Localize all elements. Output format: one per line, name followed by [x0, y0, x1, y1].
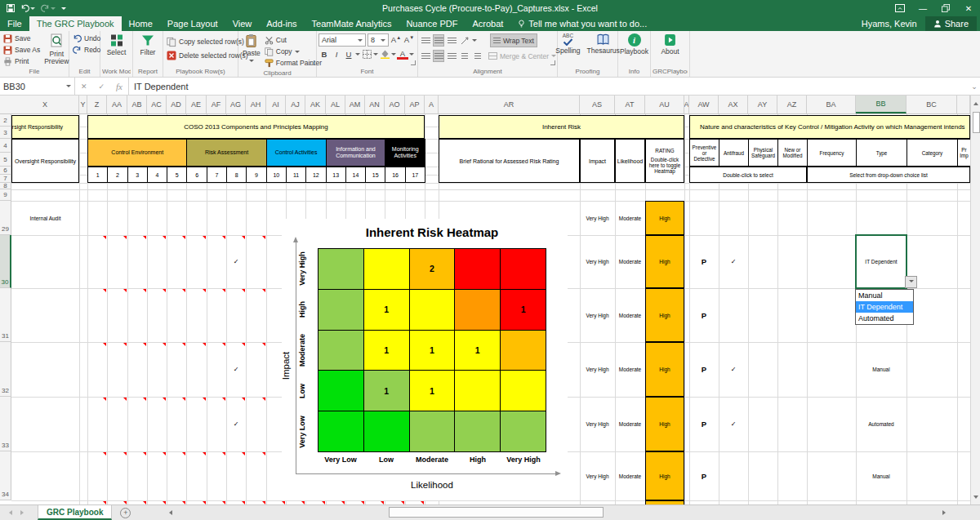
tab-view[interactable]: View — [225, 16, 260, 31]
sheet-tab-grc-playbook[interactable]: GRC Playbook — [38, 505, 112, 520]
coso-principle-17[interactable]: 17 — [405, 167, 425, 183]
nature-col-4[interactable]: New or Modified — [777, 139, 808, 167]
italic-button[interactable]: I — [331, 48, 342, 60]
print-button[interactable]: Print — [2, 56, 42, 67]
likelihood-cell-29[interactable]: Moderate — [615, 201, 645, 235]
coso-principle-5[interactable]: 5 — [167, 167, 187, 183]
type-cell-34[interactable]: Manual — [856, 451, 906, 500]
row-header-30[interactable]: 30 — [0, 235, 11, 288]
tab-grc-playbook[interactable]: The GRC Playbook — [29, 16, 122, 31]
new-sheet-button[interactable]: + — [120, 508, 131, 518]
oversight-body-cell[interactable]: Oversight Responsibility — [11, 139, 79, 183]
row-header-9[interactable]: 9 — [0, 189, 11, 201]
column-header-AU[interactable]: AU — [645, 96, 684, 113]
nature-footer-right[interactable]: Select from drop-down choice list — [807, 167, 970, 183]
coso-check-32[interactable]: ✓ — [226, 342, 246, 397]
paste-button[interactable]: Paste — [240, 33, 263, 65]
increase-indent-icon[interactable] — [472, 50, 483, 62]
sheet-nav-right-icon[interactable] — [20, 510, 26, 515]
redo-button[interactable] — [41, 4, 56, 12]
column-header-BB[interactable]: BB — [856, 96, 906, 113]
coso-principle-9[interactable]: 9 — [246, 167, 266, 183]
filter-button[interactable]: Filter — [138, 33, 158, 57]
dropdown-item-it-dependent[interactable]: IT Dependent — [856, 301, 913, 313]
spelling-button[interactable]: ABC Spelling — [553, 33, 582, 56]
tab-home[interactable]: Home — [122, 16, 160, 31]
rating-cell-33[interactable]: High — [645, 397, 684, 451]
horizontal-scroll-thumb[interactable] — [389, 507, 604, 518]
customize-qat-icon[interactable] — [61, 7, 66, 12]
column-header-AB[interactable]: AB — [127, 96, 147, 113]
coso-principle-3[interactable]: 3 — [127, 167, 148, 183]
coso-check-33[interactable]: ✓ — [226, 397, 246, 451]
rating-cell-31[interactable]: High — [645, 288, 684, 342]
copy-selected-rows-button[interactable]: Copy selected row(s) — [165, 36, 250, 47]
share-button[interactable]: Share — [925, 16, 977, 31]
coso-section-5[interactable]: Monitoring Activities — [385, 139, 425, 167]
thesaurus-button[interactable]: Thesaurus — [585, 33, 622, 56]
coso-principle-15[interactable]: 15 — [365, 167, 385, 183]
cancel-icon[interactable]: ✕ — [81, 82, 87, 91]
likelihood-cell-31[interactable]: Moderate — [615, 288, 645, 342]
column-header-AW[interactable]: AW — [689, 96, 719, 113]
tab-acrobat[interactable]: Acrobat — [465, 16, 510, 31]
row-header-31[interactable]: 31 — [0, 288, 11, 342]
row-header-2[interactable]: 2 — [0, 114, 11, 127]
nature-col-3[interactable]: Physical Safeguard — [748, 139, 778, 167]
impact-cell-29[interactable]: Very High — [580, 201, 615, 235]
dropdown-item-automated[interactable]: Automated — [856, 313, 913, 324]
inherent-col-likelihood[interactable]: Likelihood — [615, 139, 645, 183]
align-bottom-icon[interactable] — [446, 34, 457, 47]
wrap-text-button[interactable]: Wrap Text — [490, 33, 537, 47]
font-name-input[interactable]: Arial — [318, 33, 366, 47]
save-button[interactable]: Save — [2, 33, 42, 44]
coso-principle-16[interactable]: 16 — [385, 167, 405, 183]
column-header-AD[interactable]: AD — [167, 96, 186, 113]
coso-section-4[interactable]: Information and Communication — [326, 139, 386, 167]
name-box[interactable]: BB30 — [0, 78, 75, 95]
coso-principle-6[interactable]: 6 — [186, 167, 207, 183]
scroll-right-icon[interactable] — [939, 507, 951, 519]
column-header-X[interactable]: X — [11, 96, 79, 113]
row-header-32[interactable]: 32 — [0, 342, 11, 397]
increase-font-icon[interactable]: A▲ — [390, 33, 402, 46]
sheet-nav-left-icon[interactable] — [7, 510, 12, 515]
column-header-BA[interactable]: BA — [807, 96, 856, 113]
antifraud-check-32[interactable]: ✓ — [719, 342, 748, 397]
tab-file[interactable]: File — [0, 16, 29, 31]
column-header-AN[interactable]: AN — [365, 96, 385, 113]
column-header-AS[interactable]: AS — [580, 96, 615, 113]
column-header-AG[interactable]: AG — [226, 96, 246, 113]
copy-dropdown-icon[interactable] — [295, 51, 300, 56]
coso-title-cell[interactable]: COSO 2013 Components and Principles Mapp… — [87, 115, 425, 139]
likelihood-cell-34[interactable]: Moderate — [615, 451, 645, 500]
fill-color-icon[interactable] — [379, 48, 390, 60]
column-header-AR[interactable]: AR — [439, 96, 580, 113]
preventive-cell-33[interactable]: P — [689, 397, 719, 451]
coso-principle-13[interactable]: 13 — [326, 167, 346, 183]
coso-principle-2[interactable]: 2 — [107, 167, 127, 183]
impact-cell-34[interactable]: Very High — [580, 451, 615, 500]
column-header-Z[interactable]: Z — [87, 96, 107, 113]
column-header-Y[interactable]: Y — [79, 96, 87, 113]
column-header-AZ[interactable]: AZ — [777, 96, 807, 113]
impact-cell-33[interactable]: Very High — [580, 397, 615, 451]
nature-col-6[interactable]: Type — [856, 139, 907, 167]
column-header-BC[interactable]: BC — [906, 96, 957, 113]
font-color-dropdown-icon[interactable] — [409, 53, 414, 58]
font-color-icon[interactable]: A — [397, 49, 408, 60]
user-name[interactable]: Hyams, Kevin — [862, 19, 917, 29]
preventive-cell-32[interactable]: P — [689, 342, 719, 397]
ribbon-display-options-icon[interactable] — [889, 0, 911, 16]
column-header-AE[interactable]: AE — [186, 96, 207, 113]
underline-button[interactable]: U — [343, 48, 354, 60]
tell-me-box[interactable]: Tell me what you want to do... — [510, 16, 654, 31]
tab-teammate-analytics[interactable]: TeamMate Analytics — [305, 16, 399, 31]
preventive-cell-34[interactable]: P — [689, 451, 719, 500]
row-header-33[interactable]: 33 — [0, 397, 11, 451]
antifraud-check-33[interactable]: ✓ — [719, 397, 748, 451]
spreadsheet-grid[interactable]: 23456789293031323334 Oversight Responsib… — [0, 114, 970, 504]
inherent-risk-heatmap-chart[interactable]: Inherent Risk Heatmap 21111111 Very High… — [282, 219, 568, 500]
bold-button[interactable]: B — [318, 48, 330, 60]
decrease-indent-icon[interactable] — [459, 50, 470, 62]
